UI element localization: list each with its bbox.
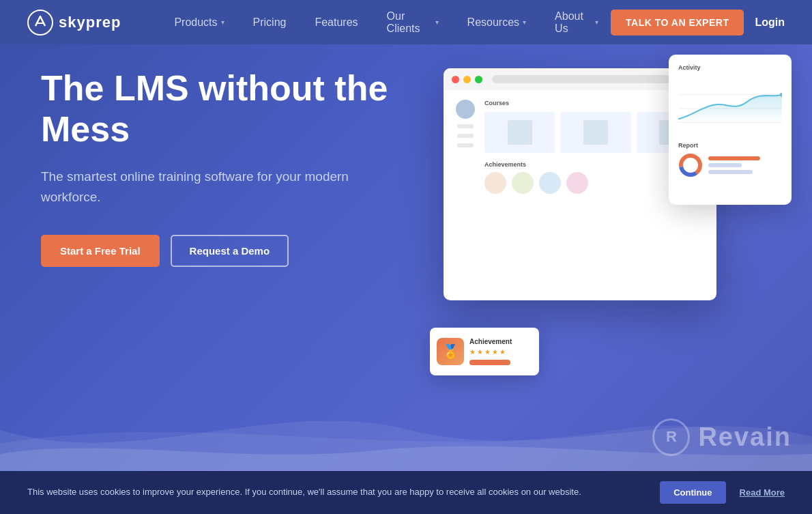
logo-text: skyprep: [59, 14, 121, 31]
medal-title: Achievement: [469, 338, 512, 345]
star-icon: ★: [484, 348, 491, 356]
medal-stars: ★ ★ ★ ★ ★: [469, 348, 512, 356]
logo[interactable]: skyprep: [27, 10, 121, 35]
mockup-medal-card: 🏅 Achievement ★ ★ ★ ★ ★: [430, 328, 539, 375]
star-icon: ★: [477, 348, 483, 356]
activity-chart: [678, 78, 782, 132]
revain-text: Revain: [698, 423, 792, 452]
hero-content: The LMS without the Mess The smartest on…: [41, 68, 464, 267]
report-bar: [708, 156, 760, 160]
nav-item-about-us[interactable]: About Us ▾: [542, 5, 611, 40]
nav-item-products[interactable]: Products ▾: [162, 11, 236, 34]
report-bar: [708, 170, 753, 174]
achievement-badge: [539, 172, 561, 194]
sidebar-line: [457, 143, 474, 147]
nav-item-features[interactable]: Features: [302, 11, 370, 34]
medal-info: Achievement ★ ★ ★ ★ ★: [469, 338, 512, 365]
start-free-trial-button[interactable]: Start a Free Trial: [41, 235, 160, 267]
talk-to-expert-button[interactable]: Talk To AN Expert: [611, 10, 744, 35]
star-icon: ★: [499, 348, 506, 356]
cookie-message: This website uses cookies to improve you…: [27, 486, 646, 498]
nav-item-our-clients[interactable]: Our Clients ▾: [375, 5, 451, 40]
nav-item-pricing[interactable]: Pricing: [241, 11, 299, 34]
login-button[interactable]: Login: [755, 16, 785, 29]
revain-icon: R: [652, 418, 690, 456]
header-actions: Talk To AN Expert Login: [611, 10, 785, 35]
continue-button[interactable]: Continue: [660, 481, 725, 504]
report-label: Report: [678, 142, 782, 149]
sidebar-line: [457, 134, 474, 138]
mockup-avatar: [456, 100, 475, 119]
medal-progress-bar: [469, 360, 510, 365]
titlebar-dot-red: [452, 76, 459, 83]
mockup-activity-card: Activity Report: [669, 55, 792, 205]
report-bar: [708, 163, 742, 167]
sidebar-line: [457, 124, 474, 128]
course-card: [484, 112, 555, 153]
hero-mockup: Courses Achievements: [430, 55, 792, 410]
achievement-badge: [566, 172, 588, 194]
main-nav: Products ▾ Pricing Features Our Clients …: [162, 5, 611, 40]
medal-icon: 🏅: [437, 338, 464, 365]
hero-buttons: Start a Free Trial Request a Demo: [41, 235, 464, 267]
cookie-banner: This website uses cookies to improve you…: [0, 471, 812, 514]
donut-chart: [678, 153, 703, 177]
hero-subtitle: The smartest online training software fo…: [41, 167, 382, 208]
request-demo-button[interactable]: Request a Demo: [171, 235, 289, 267]
header: skyprep Products ▾ Pricing Features Our …: [0, 0, 812, 44]
course-card-image: [583, 120, 608, 145]
star-icon: ★: [492, 348, 498, 356]
report-bars: [708, 156, 782, 174]
activity-label: Activity: [678, 64, 782, 71]
star-icon: ★: [469, 348, 476, 356]
chevron-down-icon: ▾: [523, 18, 526, 26]
course-card: [560, 112, 630, 153]
chevron-down-icon: ▾: [435, 18, 439, 26]
hero-title: The LMS without the Mess: [41, 68, 464, 150]
chevron-down-icon: ▾: [595, 18, 598, 26]
achievement-badge: [484, 172, 506, 194]
nav-item-resources[interactable]: Resources ▾: [455, 11, 538, 34]
course-card-image: [508, 120, 532, 145]
bottom-logos: R Revain: [539, 403, 812, 471]
titlebar-dot-yellow: [463, 76, 471, 83]
achievement-badge: [512, 172, 534, 194]
titlebar-dot-green: [475, 76, 482, 83]
chevron-down-icon: ▾: [221, 18, 224, 26]
logo-icon: [27, 10, 53, 35]
read-more-button[interactable]: Read More: [740, 487, 785, 498]
titlebar-url-bar: [492, 75, 689, 83]
revain-logo: R Revain: [652, 418, 792, 456]
report-row: [678, 153, 782, 177]
mockup-sidebar: [453, 100, 478, 194]
